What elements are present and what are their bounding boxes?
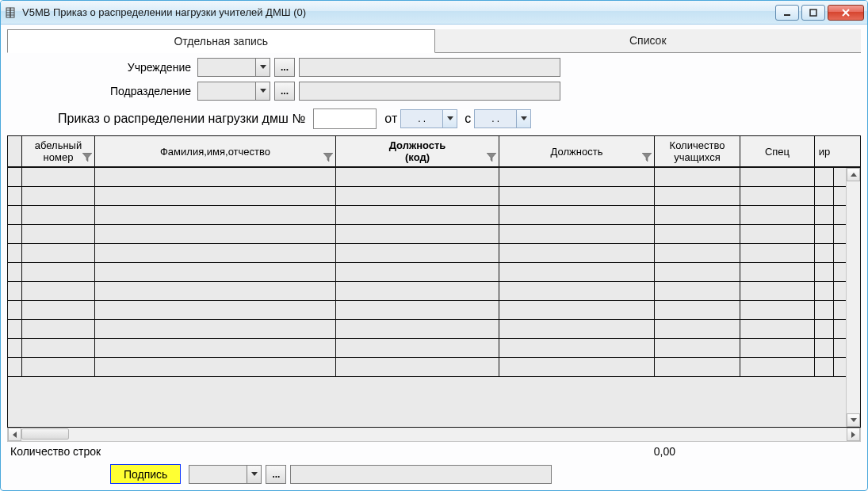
cell[interactable] xyxy=(22,282,95,300)
row-selector[interactable] xyxy=(8,244,22,262)
cell[interactable] xyxy=(336,168,499,186)
filter-icon[interactable] xyxy=(323,152,333,164)
cell[interactable] xyxy=(22,206,95,224)
filter-icon[interactable] xyxy=(642,152,652,164)
cell[interactable] xyxy=(95,263,336,281)
table-row[interactable] xyxy=(8,301,846,320)
institution-text[interactable] xyxy=(299,58,560,77)
row-selector[interactable] xyxy=(8,168,22,186)
cell[interactable] xyxy=(499,187,655,205)
cell[interactable] xyxy=(336,282,499,300)
cell[interactable] xyxy=(655,168,740,186)
cell[interactable] xyxy=(95,301,336,319)
data-grid[interactable]: абельныйномерФамилия,имя,отчествоДолжнос… xyxy=(7,135,861,428)
cell[interactable] xyxy=(95,339,336,357)
cell[interactable] xyxy=(740,225,815,243)
cell[interactable] xyxy=(336,263,499,281)
sign-button[interactable]: Подпись xyxy=(110,464,181,484)
chevron-down-icon[interactable] xyxy=(516,110,530,128)
cell[interactable] xyxy=(22,358,95,376)
row-selector[interactable] xyxy=(8,187,22,205)
cell[interactable] xyxy=(499,244,655,262)
cell[interactable] xyxy=(740,206,815,224)
cell[interactable] xyxy=(655,244,740,262)
cell[interactable] xyxy=(815,282,834,300)
vertical-scrollbar[interactable] xyxy=(846,168,860,427)
col-header-6[interactable]: ир xyxy=(815,136,834,166)
institution-dropdown-value[interactable] xyxy=(198,59,255,76)
department-dropdown-value[interactable] xyxy=(198,82,255,100)
cell[interactable] xyxy=(655,263,740,281)
cell[interactable] xyxy=(336,225,499,243)
cell[interactable] xyxy=(655,301,740,319)
cell[interactable] xyxy=(336,339,499,357)
scroll-down-icon[interactable] xyxy=(847,413,860,427)
institution-browse-button[interactable]: ... xyxy=(274,58,295,77)
row-selector[interactable] xyxy=(8,320,22,338)
row-selector[interactable] xyxy=(8,282,22,300)
chevron-down-icon[interactable] xyxy=(255,59,270,76)
table-row[interactable] xyxy=(8,263,846,282)
cell[interactable] xyxy=(499,263,655,281)
scroll-up-icon[interactable] xyxy=(847,168,860,181)
cell[interactable] xyxy=(336,301,499,319)
table-row[interactable] xyxy=(8,187,846,206)
cell[interactable] xyxy=(815,339,834,357)
cell[interactable] xyxy=(655,339,740,357)
cell[interactable] xyxy=(499,301,655,319)
date-from-dropdown[interactable]: . . xyxy=(400,109,457,128)
cell[interactable] xyxy=(336,244,499,262)
chevron-down-icon[interactable] xyxy=(442,110,457,128)
cell[interactable] xyxy=(655,282,740,300)
filter-icon[interactable] xyxy=(487,152,496,164)
cell[interactable] xyxy=(336,320,499,338)
cell[interactable] xyxy=(815,187,834,205)
scroll-left-icon[interactable] xyxy=(8,428,21,441)
table-row[interactable] xyxy=(8,358,846,377)
cell[interactable] xyxy=(95,168,336,186)
cell[interactable] xyxy=(95,320,336,338)
department-dropdown[interactable] xyxy=(197,82,270,101)
cell[interactable] xyxy=(499,282,655,300)
cell[interactable] xyxy=(815,168,834,186)
cell[interactable] xyxy=(740,244,815,262)
cell[interactable] xyxy=(740,263,815,281)
date-from-value[interactable]: . . xyxy=(401,110,442,128)
cell[interactable] xyxy=(740,168,815,186)
row-selector[interactable] xyxy=(8,358,22,376)
cell[interactable] xyxy=(815,320,834,338)
cell[interactable] xyxy=(499,320,655,338)
cell[interactable] xyxy=(499,206,655,224)
cell[interactable] xyxy=(336,206,499,224)
cell[interactable] xyxy=(740,282,815,300)
cell[interactable] xyxy=(499,339,655,357)
cell[interactable] xyxy=(655,187,740,205)
cell[interactable] xyxy=(740,358,815,376)
tab-list[interactable]: Список xyxy=(435,29,862,53)
scroll-right-icon[interactable] xyxy=(847,428,860,441)
cell[interactable] xyxy=(740,320,815,338)
cell[interactable] xyxy=(95,244,336,262)
cell[interactable] xyxy=(22,263,95,281)
row-selector[interactable] xyxy=(8,225,22,243)
cell[interactable] xyxy=(815,206,834,224)
cell[interactable] xyxy=(95,358,336,376)
table-row[interactable] xyxy=(8,339,846,358)
table-row[interactable] xyxy=(8,206,846,225)
col-header-3[interactable]: Должность xyxy=(499,136,655,166)
cell[interactable] xyxy=(815,263,834,281)
table-row[interactable] xyxy=(8,282,846,301)
col-header-1[interactable]: Фамилия,имя,отчество xyxy=(95,136,336,166)
table-row[interactable] xyxy=(8,320,846,339)
cell[interactable] xyxy=(22,187,95,205)
scroll-track[interactable] xyxy=(847,181,860,413)
cell[interactable] xyxy=(815,244,834,262)
cell[interactable] xyxy=(655,206,740,224)
department-text[interactable] xyxy=(299,82,560,101)
cell[interactable] xyxy=(95,206,336,224)
cell[interactable] xyxy=(22,320,95,338)
cell[interactable] xyxy=(336,187,499,205)
cell[interactable] xyxy=(740,301,815,319)
cell[interactable] xyxy=(655,320,740,338)
cell[interactable] xyxy=(95,225,336,243)
